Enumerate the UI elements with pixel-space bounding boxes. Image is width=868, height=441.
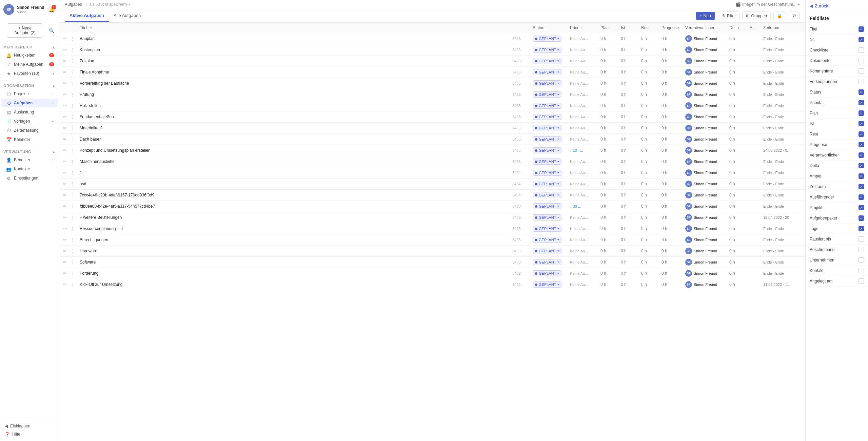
edit-button[interactable]: ✏ [61,270,68,277]
field-item-verantwortlicher[interactable]: Verantwortlicher [806,150,868,161]
sidebar-item-aufgaben[interactable]: ⊙ Aufgaben + [1,99,58,107]
field-checkbox[interactable] [859,26,864,32]
status-badge[interactable]: GEPLANT ▾ [533,248,561,254]
edit-button[interactable]: ✏ [61,169,68,176]
sidebar-item-meine-aufgaben[interactable]: ✓ Meine Aufgaben 3 [1,60,58,69]
more-button[interactable]: ⋮ [69,259,76,266]
status-badge[interactable]: GEPLANT ▾ [533,147,561,153]
edit-button[interactable]: ✏ [61,125,68,131]
section-header-verwaltung[interactable]: Verwaltung ▲ [0,148,59,155]
more-button[interactable]: ⋮ [69,203,76,210]
field-item-beschreibung[interactable]: Beschreibung [806,245,868,255]
help-button[interactable]: ❓ Hilfe [0,430,59,438]
status-badge[interactable]: GEPLANT ▾ [533,36,561,42]
favorite-button[interactable]: ☆ als Favorit speichern [84,2,127,7]
field-checkbox[interactable] [859,152,864,158]
field-checkbox[interactable] [859,121,864,126]
status-badge[interactable]: GEPLANT ▾ [533,58,561,64]
more-button[interactable]: ⋮ [69,169,76,176]
search-button[interactable]: 🔍 [48,26,56,35]
tab-active-tasks[interactable]: Aktive Aufgaben [65,9,109,22]
field-item-kontakt[interactable]: Kontakt [806,266,868,276]
field-checkbox[interactable] [859,215,864,221]
field-checkbox[interactable] [859,278,864,284]
tab-all-tasks[interactable]: Alle Aufgaben [109,9,145,22]
edit-button[interactable]: ✏ [61,136,68,143]
field-item-status[interactable]: Status [806,87,868,98]
edit-button[interactable]: ✏ [61,281,68,288]
more-button[interactable]: ⋮ [69,46,76,53]
field-item-aufgabenpaket[interactable]: Aufgabenpaket [806,213,868,224]
user-profile[interactable]: SF Simon Freund Video 🔔 1 [0,0,59,19]
edit-button[interactable]: ✏ [61,181,68,187]
more-button[interactable]: ⋮ [69,69,76,76]
status-badge[interactable]: GEPLANT ▾ [533,125,561,131]
status-badge[interactable]: GEPLANT ▾ [533,281,561,288]
status-badge[interactable]: GEPLANT ▾ [533,203,561,209]
status-badge[interactable]: GEPLANT ▾ [533,192,561,198]
edit-button[interactable]: ✏ [61,236,68,243]
status-badge[interactable]: GEPLANT ▾ [533,181,561,187]
more-button[interactable]: ⋮ [69,80,76,87]
field-item-prognose[interactable]: Prognose [806,140,868,150]
status-badge[interactable]: GEPLANT ▾ [533,80,561,86]
field-checkbox[interactable] [859,257,864,263]
status-badge[interactable]: GEPLANT ▾ [533,47,561,53]
breadcrumb-aufgaben[interactable]: Aufgaben [65,2,82,7]
more-button[interactable]: ⋮ [69,147,76,154]
edit-button[interactable]: ✏ [61,192,68,198]
field-checkbox[interactable] [859,194,864,200]
sidebar-item-favoriten[interactable]: ★ Favoriten (10) ▾ [1,69,58,78]
field-checkbox[interactable] [859,247,864,252]
edit-button[interactable]: ✏ [61,35,68,42]
sidebar-item-neuigkeiten[interactable]: 🔔 Neuigkeiten 1 [1,51,58,60]
more-button[interactable]: ⋮ [69,91,76,98]
status-badge[interactable]: GEPLANT ▾ [533,259,561,265]
field-checkbox[interactable] [859,142,864,147]
more-button[interactable]: ⋮ [69,214,76,221]
edit-button[interactable]: ✏ [61,102,68,109]
status-badge[interactable]: GEPLANT ▾ [533,69,561,75]
add-project-button[interactable]: + [52,91,54,97]
edit-button[interactable]: ✏ [61,158,68,165]
field-item-ausfuehrender[interactable]: Ausführender [806,192,868,203]
field-item-rest[interactable]: Rest [806,129,868,140]
more-button[interactable]: ⋮ [69,181,76,187]
more-button[interactable]: ⋮ [69,102,76,109]
field-item-tags[interactable]: Tags [806,224,868,234]
field-checkbox[interactable] [859,205,864,210]
more-button[interactable]: ⋮ [69,113,76,120]
field-checkbox[interactable] [859,110,864,116]
field-checkbox[interactable] [859,79,864,84]
add-task-button[interactable]: + [52,100,54,106]
edit-button[interactable]: ✏ [61,147,68,154]
edit-button[interactable]: ✏ [61,46,68,53]
add-template-button[interactable]: + [52,119,54,124]
field-checkbox[interactable] [859,37,864,42]
edit-button[interactable]: ✏ [61,225,68,232]
more-button[interactable]: ⋮ [69,35,76,42]
field-item-unternehmen[interactable]: Unternehmen [806,255,868,266]
field-checkbox[interactable] [859,268,864,273]
edit-button[interactable]: ✏ [61,203,68,210]
edit-button[interactable]: ✏ [61,259,68,266]
edit-button[interactable]: ✏ [61,214,68,221]
settings-icon-button[interactable]: ⚙ [789,12,800,20]
status-badge[interactable]: GEPLANT ▾ [533,237,561,243]
status-badge[interactable]: GEPLANT ▾ [533,226,561,232]
status-badge[interactable]: GEPLANT ▾ [533,114,561,120]
more-button[interactable]: ⋮ [69,136,76,143]
field-item-zeitraum[interactable]: Zeitraum [806,182,868,192]
more-button[interactable]: ⋮ [69,192,76,198]
field-item-checkliste[interactable]: Checkliste [806,45,868,56]
sidebar-item-kalender[interactable]: 📅 Kalender [1,135,58,144]
status-badge[interactable]: GEPLANT ▾ [533,214,561,220]
field-checkbox[interactable] [859,68,864,74]
field-checkbox[interactable] [859,163,864,168]
edit-button[interactable]: ✏ [61,248,68,254]
section-header-organisation[interactable]: Organisation ▲ [0,82,59,89]
back-button[interactable]: ◀ Zurück [806,0,868,12]
field-item-prioritaet[interactable]: Priorität [806,98,868,108]
field-item-verknuepfungen[interactable]: Verknüpfungen [806,77,868,87]
gruppen-button[interactable]: ⊞ Gruppen [742,12,771,20]
